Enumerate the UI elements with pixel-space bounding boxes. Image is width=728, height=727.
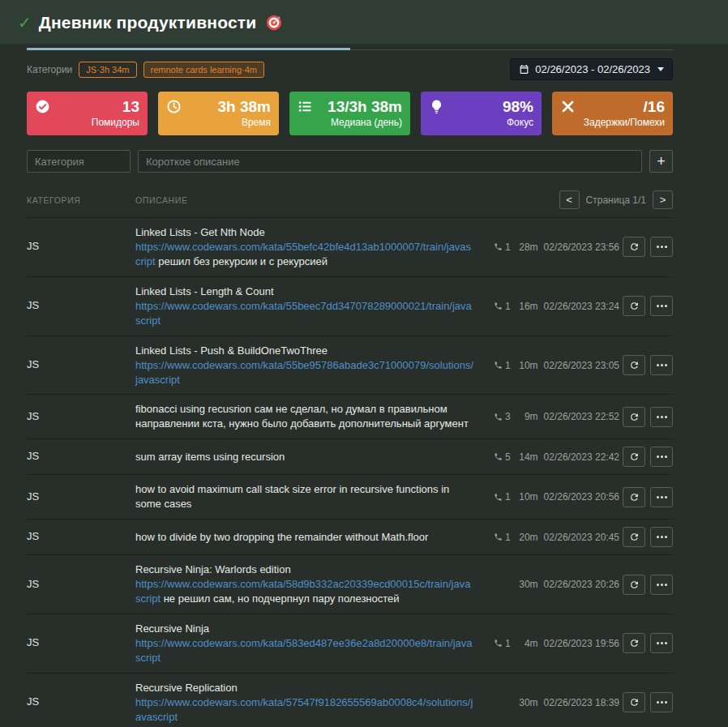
category-tag-remnote[interactable]: remnote cards learning·4m (143, 62, 264, 78)
phone-icon (494, 361, 503, 370)
description-input[interactable] (138, 150, 642, 173)
ellipsis-icon (657, 416, 667, 418)
row-more-button[interactable] (650, 296, 673, 316)
table-body: JS Linked Lists - Get Nth Nodehttps://ww… (27, 217, 673, 727)
chevron-down-icon (657, 67, 664, 71)
row-duration: 30m (516, 579, 538, 590)
app-header: ✓ Дневник продуктивности (0, 0, 728, 44)
phone-icon (494, 413, 503, 421)
row-title: Linked Lists - Length & Count (135, 284, 473, 299)
row-restart-button[interactable] (623, 407, 645, 427)
row-more-button[interactable] (650, 355, 673, 375)
column-header-category: КАТЕГОРИЯ (27, 195, 135, 205)
categories-label: Категории (27, 64, 72, 75)
ellipsis-icon (657, 246, 667, 248)
stat-value-median: 13/3h 38m (298, 98, 402, 115)
row-title: Recursive Ninja (135, 622, 473, 636)
page-title: Дневник продуктивности (39, 13, 257, 32)
row-more-button[interactable] (650, 447, 673, 467)
prev-page-button[interactable]: < (559, 190, 580, 209)
category-tag-js[interactable]: JS·3h 34m (79, 62, 136, 78)
row-actions (619, 575, 673, 595)
filter-row: Категории JS·3h 34m remnote cards learni… (27, 58, 673, 80)
table-row: JS Recursive Ninjahttps://www.codewars.c… (27, 614, 673, 673)
row-meta: 1 28m 02/26/2023 23:56 (480, 242, 619, 253)
row-datetime: 02/26/2023 19:56 (544, 638, 619, 649)
row-datetime: 02/26/2023 18:39 (544, 697, 619, 708)
ellipsis-icon (657, 305, 667, 307)
pagination: < Страница 1/1 > (559, 190, 673, 209)
row-restart-button[interactable] (623, 633, 645, 653)
row-restart-button[interactable] (623, 447, 645, 467)
tab-active[interactable] (27, 44, 350, 50)
row-restart-button[interactable] (623, 355, 645, 375)
row-text: how to avoid maximum call stack size err… (135, 483, 449, 510)
check-circle-icon (35, 99, 50, 114)
row-meta: 5 14m 02/26/2023 22:42 (480, 451, 619, 463)
row-restart-button[interactable] (623, 575, 645, 595)
date-range-picker[interactable]: 02/26/2023 - 02/26/2023 (510, 58, 673, 80)
row-text: fibonacci using recusrion сам не сделал,… (135, 403, 469, 430)
row-link[interactable]: https://www.codewars.com/kata/57547f9182… (135, 696, 473, 723)
row-more-button[interactable] (650, 692, 673, 712)
row-more-button[interactable] (650, 237, 673, 257)
stat-value-pomodoros: 13 (35, 98, 139, 115)
row-more-button[interactable] (650, 575, 673, 595)
row-calls-count: 1 (505, 242, 511, 253)
row-datetime: 02/26/2023 22:42 (544, 451, 619, 463)
row-actions (619, 633, 673, 653)
row-link[interactable]: https://www.codewars.com/kata/583ed487ee… (135, 637, 473, 664)
add-entry-form: + (27, 150, 673, 173)
row-restart-button[interactable] (623, 296, 645, 316)
row-more-button[interactable] (650, 527, 673, 547)
row-link[interactable]: https://www.codewars.com/kata/55beec7dd3… (135, 300, 472, 327)
row-meta: 30m 02/26/2023 20:26 (480, 579, 619, 590)
row-description: Linked Lists - Push & BuildOneTwoThreeht… (135, 344, 480, 387)
phone-icon (494, 301, 503, 310)
row-category: JS (27, 410, 135, 424)
row-more-button[interactable] (650, 487, 673, 507)
refresh-icon (629, 451, 640, 462)
phone-icon (494, 639, 503, 648)
stat-card: 3h 38m Время (158, 92, 279, 135)
row-calls-count: 1 (505, 491, 511, 502)
ellipsis-icon (657, 642, 667, 644)
row-description: Recursive Ninja: Warlords editionhttps:/… (135, 562, 480, 606)
stat-card: 98% Фокус (421, 92, 542, 135)
phone-icon (494, 452, 503, 461)
refresh-icon (629, 492, 640, 502)
add-entry-button[interactable]: + (649, 150, 673, 173)
refresh-icon (629, 412, 640, 422)
table-row: JS how to avoid maximum call stack size … (27, 474, 673, 519)
row-description: Recursive Ninjahttps://www.codewars.com/… (135, 622, 480, 665)
stat-card: 13/3h 38m Медиана (день) (289, 92, 410, 135)
tab-inactive[interactable] (350, 44, 674, 50)
row-restart-button[interactable] (623, 237, 645, 257)
ellipsis-icon (657, 584, 667, 586)
row-calls: 1 (494, 638, 511, 649)
row-more-button[interactable] (650, 407, 673, 427)
row-link[interactable]: https://www.codewars.com/kata/55be95786a… (135, 359, 473, 386)
row-category: JS (27, 695, 135, 709)
row-category: JS (27, 490, 135, 504)
category-input[interactable] (27, 150, 131, 173)
row-calls-count: 5 (505, 451, 511, 463)
row-category: JS (27, 530, 135, 544)
row-title: Recursive Ninja: Warlords edition (135, 562, 473, 577)
next-page-button[interactable]: > (653, 190, 673, 209)
row-duration: 10m (516, 360, 538, 371)
check-icon: ✓ (18, 13, 32, 32)
phone-icon (494, 493, 503, 502)
row-meta: 1 10m 02/26/2023 23:05 (480, 360, 619, 371)
row-meta: 1 20m 02/26/2023 20:45 (480, 532, 619, 543)
table-header: КАТЕГОРИЯ ОПИСАНИЕ < Страница 1/1 > (27, 190, 673, 217)
table-row: JS fibonacci using recusrion сам не сдел… (27, 394, 673, 438)
row-restart-button[interactable] (623, 527, 645, 547)
row-more-button[interactable] (650, 633, 673, 653)
row-meta: 30m 02/26/2023 18:39 (480, 697, 619, 708)
row-duration: 9m (516, 411, 538, 422)
row-restart-button[interactable] (623, 692, 645, 712)
row-restart-button[interactable] (623, 487, 645, 507)
table-row: JS Linked Lists - Length & Counthttps://… (27, 276, 673, 336)
list-icon (298, 99, 313, 114)
